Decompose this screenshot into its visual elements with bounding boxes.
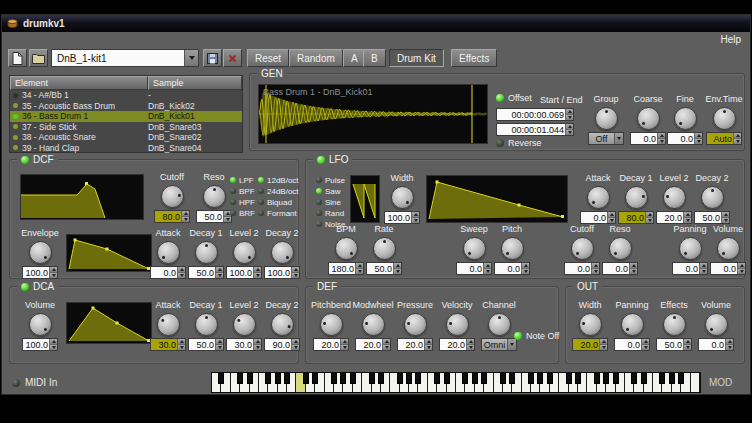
spin-decay-1[interactable]: 50.0 [188, 266, 224, 279]
spin-cutoff[interactable]: 0.0 [564, 262, 600, 275]
knob-dial[interactable] [674, 107, 697, 130]
spin-arrows[interactable] [177, 267, 185, 278]
knob-dial[interactable] [404, 313, 427, 336]
spin-attack[interactable]: 30.0 [150, 338, 186, 351]
element-row[interactable]: 35 - Acoustic Bass DrumDnB_Kick02 [10, 101, 242, 112]
spin-arrows[interactable] [291, 339, 299, 350]
knob-dial[interactable] [717, 237, 740, 260]
knob-dial[interactable] [663, 186, 686, 209]
spin-arrows[interactable] [411, 212, 419, 223]
noteoff-checkbox[interactable]: Note Off [514, 331, 559, 341]
spin-attack[interactable]: 0.0 [150, 266, 186, 279]
black-key[interactable] [472, 373, 478, 384]
dca-enabled-led[interactable] [21, 283, 29, 291]
black-key[interactable] [547, 373, 553, 384]
black-key[interactable] [237, 373, 243, 384]
knob-dial[interactable] [29, 313, 52, 336]
spin-arrows[interactable] [253, 339, 261, 350]
radio-bpf[interactable]: BPF [230, 186, 255, 196]
spin-level-2[interactable]: 100.0 [226, 266, 262, 279]
element-row[interactable]: 38 - Acoustic SnareDnB_Snare02 [10, 132, 242, 143]
preset-combo-arrow[interactable] [184, 50, 198, 66]
black-key[interactable] [481, 373, 487, 384]
spin-arrows[interactable] [725, 339, 733, 350]
black-key[interactable] [434, 373, 440, 384]
radio-lpf[interactable]: LPF [230, 175, 255, 185]
knob-dial[interactable] [195, 241, 218, 264]
black-key[interactable] [509, 373, 515, 384]
spin-decay-2[interactable]: 50.0 [694, 211, 730, 224]
spin-arrows[interactable] [177, 339, 185, 350]
knob-dial[interactable] [335, 237, 358, 260]
combo-group[interactable]: Off [588, 132, 624, 145]
spin-bpm[interactable]: 180.0 [328, 262, 364, 275]
spin-arrows[interactable] [645, 212, 653, 223]
spin-arrows[interactable] [382, 339, 390, 350]
spin-arrows[interactable] [591, 263, 599, 274]
black-key[interactable] [659, 373, 665, 384]
knob-dial[interactable] [157, 241, 180, 264]
knob-dial[interactable] [463, 237, 486, 260]
spin-reso[interactable]: 50.0 [196, 210, 232, 223]
spin-panning[interactable]: 0.0 [672, 262, 708, 275]
knob-dial[interactable] [571, 237, 594, 260]
black-key[interactable] [537, 373, 543, 384]
black-key[interactable] [613, 373, 619, 384]
spin-volume[interactable]: 100.0 [22, 338, 58, 351]
black-key[interactable] [369, 373, 375, 384]
spin-arrows[interactable] [215, 267, 223, 278]
knob-dial[interactable] [195, 313, 218, 336]
black-key[interactable] [500, 373, 506, 384]
knob-dial[interactable] [663, 313, 686, 336]
knob-dial[interactable] [488, 313, 511, 336]
knob-dial[interactable] [233, 313, 256, 336]
dca-envelope-graph[interactable] [66, 302, 152, 344]
tab-effects[interactable]: Effects [451, 49, 497, 67]
knob-dial[interactable] [203, 185, 226, 208]
open-preset-button[interactable] [29, 49, 48, 67]
black-key[interactable] [247, 373, 253, 384]
spin-pressure[interactable]: 20.0 [397, 338, 433, 351]
spin-envelope[interactable]: 100.0 [22, 266, 58, 279]
knob-dial[interactable] [271, 241, 294, 264]
spin-arrows[interactable] [393, 263, 401, 274]
lfo-envelope-graph[interactable] [426, 175, 568, 223]
knob-dial[interactable] [271, 313, 294, 336]
radio-12db-oct[interactable]: 12dB/oct [258, 175, 299, 185]
spin-decay-1[interactable]: 80.0 [618, 211, 654, 224]
spin-env-time[interactable]: Auto [706, 132, 742, 145]
sample-waveform-display[interactable]: Bass Drum 1 - DnB_Kick01 [258, 84, 488, 144]
radio-24db-oct[interactable]: 24dB/oct [258, 186, 299, 196]
spin-arrows[interactable] [733, 133, 741, 144]
dcf-filter-graph[interactable] [20, 174, 144, 220]
black-key[interactable] [641, 373, 647, 384]
knob-dial[interactable] [391, 186, 414, 209]
black-key[interactable] [303, 373, 309, 384]
spin-arrows[interactable] [721, 212, 729, 223]
knob-dial[interactable] [362, 313, 385, 336]
offset-start-spin[interactable]: 00:00:00.069 [496, 108, 574, 121]
spin-level-2[interactable]: 20.0 [656, 211, 692, 224]
knob-dial[interactable] [713, 107, 736, 130]
spin-level-2[interactable]: 30.0 [226, 338, 262, 351]
spin-arrows[interactable] [683, 212, 691, 223]
radio-biquad[interactable]: Biquad [258, 197, 299, 207]
spin-coarse[interactable]: 0.0 [630, 132, 666, 145]
spin-arrows[interactable] [340, 339, 348, 350]
combo-channel[interactable]: Omni [481, 338, 517, 351]
spin-arrows[interactable] [657, 133, 665, 144]
element-list[interactable]: Element Sample 34 - A#/Bb 1-35 - Acousti… [9, 75, 243, 153]
black-key[interactable] [265, 373, 271, 384]
black-key[interactable] [631, 373, 637, 384]
black-key[interactable] [575, 373, 581, 384]
knob-dial[interactable] [587, 186, 610, 209]
radio-brf[interactable]: BRF [230, 208, 255, 218]
tab-drumkit[interactable]: Drum Kit [389, 49, 444, 67]
reverse-checkbox[interactable]: Reverse [496, 138, 542, 148]
offset-end-spin[interactable]: 00:00:01.044 [496, 123, 574, 136]
black-key[interactable] [397, 373, 403, 384]
element-row[interactable]: 39 - Hand ClapDnB_Snare04 [10, 143, 242, 154]
knob-dial[interactable] [609, 237, 632, 260]
black-key[interactable] [350, 373, 356, 384]
spin-arrows[interactable] [607, 212, 615, 223]
